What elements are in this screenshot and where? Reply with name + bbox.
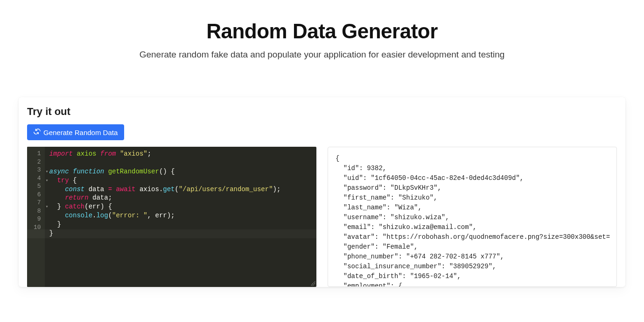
card-heading: Try it out — [27, 106, 617, 118]
page-subtitle: Generate random fake data and populate y… — [9, 50, 635, 60]
refresh-icon — [34, 128, 41, 136]
code-editor[interactable]: 1 2 3 4 5 6 7 8 9 10 import axios from "… — [27, 147, 316, 287]
generate-button-label: Generate Random Data — [43, 129, 118, 136]
editor-gutter: 1 2 3 4 5 6 7 8 9 10 — [27, 147, 45, 287]
editor-content: import axios from "axios"; ▾async functi… — [45, 147, 286, 287]
editor-resize-handle[interactable] — [311, 281, 315, 286]
page-title: Random Data Generator — [9, 20, 635, 43]
try-it-card: Try it out Generate Random Data 1 2 3 4 … — [19, 97, 625, 287]
generate-button[interactable]: Generate Random Data — [27, 124, 124, 140]
output-panel[interactable]: { "id": 9382, "uid": "1cf64050-04cc-45ac… — [328, 147, 617, 287]
